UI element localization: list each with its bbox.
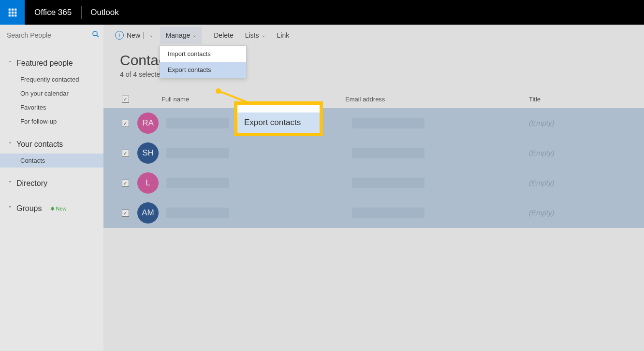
- star-icon: ✱: [50, 206, 55, 211]
- table-row[interactable]: ✓RA(Empty): [103, 108, 644, 138]
- nav-item-contacts[interactable]: Contacts: [0, 154, 103, 168]
- nav-item-frequently-contacted[interactable]: Frequently contacted: [0, 72, 103, 86]
- chevron-down-icon: ˅: [9, 181, 12, 187]
- nav-group-label: Groups: [16, 204, 42, 213]
- table-row[interactable]: ✓SH(Empty): [103, 138, 644, 168]
- nav-group-label: Featured people: [16, 59, 73, 68]
- empty-title: (Empty): [529, 119, 555, 127]
- contacts-table: ✓ Full name Email address Title ✓RA(Empt…: [103, 90, 644, 228]
- nav-group-label: Directory: [16, 179, 47, 188]
- nav-item-for-follow-up[interactable]: For follow-up: [0, 114, 103, 128]
- row-checkbox[interactable]: ✓: [122, 150, 129, 157]
- new-badge: ✱New: [50, 206, 66, 212]
- avatar: AM: [137, 202, 159, 224]
- select-all-checkbox[interactable]: ✓: [122, 96, 129, 103]
- svg-rect-6: [8, 14, 10, 16]
- waffle-icon: [8, 8, 17, 17]
- svg-rect-3: [8, 11, 10, 13]
- chevron-up-icon: ˄: [9, 60, 12, 67]
- avatar: SH: [137, 142, 159, 164]
- svg-rect-0: [8, 8, 10, 10]
- brand-label[interactable]: Office 365: [25, 8, 81, 17]
- nav-group-your-contacts[interactable]: ˄ Your contacts: [0, 135, 103, 154]
- redacted-name: [166, 208, 229, 218]
- row-checkbox[interactable]: ✓: [122, 210, 129, 217]
- lists-button[interactable]: Lists ⌄: [245, 31, 265, 39]
- nav-group-groups[interactable]: ˅ Groups ✱New: [0, 199, 103, 218]
- redacted-email: [352, 118, 424, 128]
- nav-item-favorites[interactable]: Favorites: [0, 100, 103, 114]
- main: + New | ⌄ Manage ⌄ Delete Lists ⌄ Link I…: [103, 25, 644, 351]
- chevron-down-icon: ⌄: [262, 32, 265, 38]
- search-icon[interactable]: [91, 30, 100, 41]
- svg-point-9: [93, 31, 97, 36]
- table-header-row: ✓ Full name Email address Title: [103, 90, 644, 108]
- top-bar: Office 365 Outlook: [0, 0, 644, 25]
- col-header-email[interactable]: Email address: [345, 96, 529, 103]
- redacted-name: [166, 148, 229, 158]
- empty-title: (Empty): [529, 149, 555, 157]
- redacted-name: [166, 118, 229, 128]
- nav-item-on-your-calendar[interactable]: On your calendar: [0, 86, 103, 100]
- dropdown-export-contacts[interactable]: Export contacts: [160, 62, 246, 78]
- chevron-down-icon: ⌄: [149, 32, 153, 38]
- avatar: RA: [137, 112, 159, 134]
- chevron-down-icon: ⌄: [192, 32, 196, 38]
- svg-rect-2: [15, 8, 16, 10]
- nav-group-label: Your contacts: [16, 140, 63, 149]
- row-checkbox[interactable]: ✓: [122, 120, 129, 127]
- manage-button[interactable]: Manage ⌄: [160, 27, 203, 44]
- redacted-name: [166, 178, 229, 188]
- redacted-email: [352, 178, 424, 188]
- callout-box: Export contacts: [234, 101, 323, 136]
- chevron-up-icon: ˄: [9, 141, 12, 148]
- new-button[interactable]: + New | ⌄: [115, 31, 153, 40]
- manage-dropdown: Import contacts Export contacts: [160, 45, 247, 78]
- manage-label: Manage: [166, 31, 190, 39]
- svg-line-10: [97, 35, 99, 37]
- new-label: New: [127, 31, 140, 39]
- svg-rect-1: [11, 8, 13, 10]
- dropdown-import-contacts[interactable]: Import contacts: [160, 46, 246, 62]
- table-row[interactable]: ✓AM(Empty): [103, 198, 644, 228]
- app-launcher-button[interactable]: [0, 0, 25, 25]
- split-divider: |: [143, 31, 145, 39]
- chevron-down-icon: ˅: [9, 206, 12, 212]
- toolbar: + New | ⌄ Manage ⌄ Delete Lists ⌄ Link: [103, 25, 644, 45]
- nav: ˄ Featured people Frequently contacted O…: [0, 45, 103, 218]
- nav-group-featured-people[interactable]: ˄ Featured people: [0, 54, 103, 72]
- svg-rect-8: [15, 14, 16, 16]
- sidebar: ˄ Featured people Frequently contacted O…: [0, 25, 103, 351]
- svg-rect-4: [11, 11, 13, 13]
- redacted-email: [352, 148, 424, 158]
- redacted-email: [352, 208, 424, 218]
- delete-button[interactable]: Delete: [214, 31, 233, 39]
- row-checkbox[interactable]: ✓: [122, 180, 129, 187]
- search-row: [0, 25, 103, 45]
- col-header-title[interactable]: Title: [529, 96, 634, 103]
- empty-title: (Empty): [529, 179, 555, 187]
- plus-circle-icon: +: [115, 31, 124, 40]
- callout-label: Export contacts: [237, 112, 320, 133]
- empty-title: (Empty): [529, 209, 555, 217]
- app-label[interactable]: Outlook: [82, 8, 128, 17]
- nav-group-directory[interactable]: ˅ Directory: [0, 174, 103, 193]
- table-row[interactable]: ✓L(Empty): [103, 168, 644, 198]
- search-input[interactable]: [7, 31, 91, 39]
- svg-rect-7: [11, 14, 13, 16]
- svg-rect-5: [15, 11, 16, 13]
- link-button[interactable]: Link: [277, 31, 290, 39]
- avatar: L: [137, 172, 159, 194]
- lists-label: Lists: [245, 31, 259, 39]
